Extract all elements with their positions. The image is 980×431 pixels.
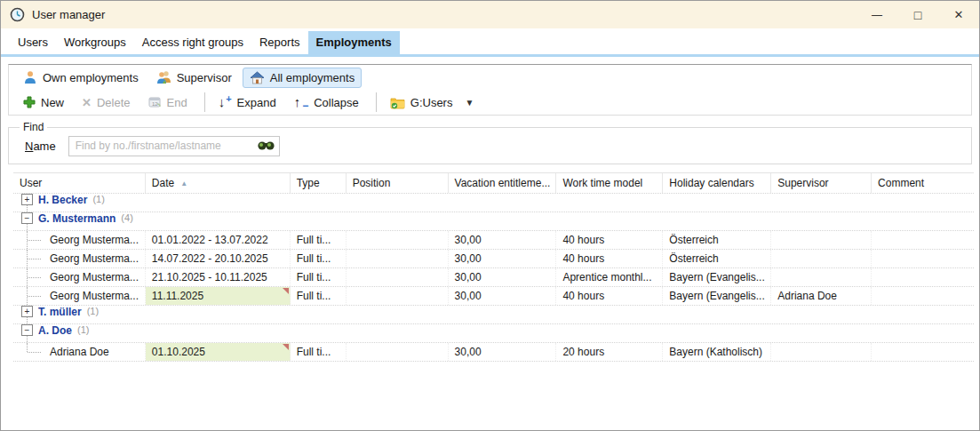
new-button[interactable]: New — [16, 92, 71, 113]
tree-branch — [28, 240, 41, 241]
user-name: Georg Musterma... — [50, 290, 139, 302]
table-header-row: UserDate▲TypePositionVacation entitleme.… — [13, 173, 974, 194]
tab-reports[interactable]: Reports — [251, 31, 308, 54]
cell-user: Georg Musterma... — [13, 268, 146, 286]
column-header-label: Holiday calendars — [669, 177, 753, 189]
cell-holiday: Bayern (Evangelis... — [663, 268, 771, 286]
cell-date: 01.01.2022 - 13.07.2022 — [146, 231, 291, 249]
action-toolbar-row: New ✕ Delete 12 End — [9, 90, 971, 115]
column-header-label: Work time model — [562, 177, 642, 189]
cell-supervisor — [771, 250, 872, 267]
table-row[interactable]: Georg Musterma...21.10.2025 - 10.11.2025… — [13, 268, 974, 287]
group-row[interactable]: −G. Mustermann(4) — [13, 212, 974, 231]
column-header-label: Date — [152, 177, 174, 189]
column-header-supervisor[interactable]: Supervisor — [771, 173, 872, 193]
group-count: (1) — [77, 324, 89, 342]
note-flag-icon — [283, 288, 289, 294]
employments-table: UserDate▲TypePositionVacation entitleme.… — [13, 172, 974, 362]
collapse-toggle[interactable]: − — [21, 212, 33, 224]
user-name: Adriana Doe — [50, 346, 109, 358]
cell-holiday: Bayern (Katholisch) — [663, 343, 771, 361]
all-employments-button[interactable]: All employments — [243, 68, 362, 88]
chevron-down-icon[interactable]: ▼ — [465, 98, 474, 108]
plus-modifier-icon: + — [226, 93, 231, 104]
cell-vacation: 30,00 — [449, 250, 557, 267]
column-header-position[interactable]: Position — [347, 173, 449, 193]
collapse-toggle[interactable]: − — [21, 324, 33, 336]
all-employments-label: All employments — [270, 71, 355, 84]
cell-comment — [872, 343, 974, 361]
cell-work_time: 40 hours — [556, 231, 663, 249]
expand-toggle[interactable]: + — [21, 194, 33, 205]
minimize-button[interactable]: — — [857, 1, 897, 28]
column-header-label: Position — [353, 177, 391, 189]
cell-supervisor — [771, 231, 872, 249]
cell-date: 21.10.2025 - 10.11.2025 — [146, 268, 291, 286]
user-manager-window: User manager — □ ✕ Users Workgroups Acce… — [0, 0, 980, 431]
table-row[interactable]: Georg Musterma...01.01.2022 - 13.07.2022… — [13, 231, 974, 250]
group-filter-label: G:Users — [410, 96, 453, 109]
column-header-comment[interactable]: Comment — [872, 173, 974, 193]
collapse-button[interactable]: ↑− Collapse — [287, 92, 366, 113]
tab-workgroups[interactable]: Workgroups — [56, 31, 134, 54]
tab-strip — [1, 54, 979, 57]
close-button[interactable]: ✕ — [938, 1, 979, 28]
expand-toggle[interactable]: + — [21, 306, 33, 317]
table-row[interactable]: Adriana Doe01.10.2025Full ti...30,0020 h… — [13, 343, 974, 362]
x-icon: ✕ — [82, 96, 92, 109]
column-header-label: Type — [297, 177, 320, 189]
group-row[interactable]: −A. Doe(1) — [13, 324, 974, 343]
calendar-icon: 12 — [148, 96, 162, 108]
column-header-label: Supervisor — [777, 177, 828, 189]
toolbar-separator-2 — [376, 92, 377, 112]
cell-type: Full ti... — [291, 343, 347, 361]
cell-work_time: 40 hours — [556, 287, 663, 305]
cell-vacation: 30,00 — [449, 268, 557, 286]
maximize-button[interactable]: □ — [897, 1, 938, 28]
tree-branch — [28, 277, 41, 278]
column-header-type[interactable]: Type — [291, 173, 347, 193]
cell-date: 11.11.2025 — [146, 287, 291, 305]
own-employments-button[interactable]: Own employments — [16, 67, 146, 88]
column-header-date[interactable]: Date▲ — [146, 173, 291, 193]
note-flag-icon — [283, 344, 289, 350]
group-filter-button[interactable]: G:Users ▼ — [383, 92, 482, 113]
people-icon — [156, 70, 171, 84]
table-row[interactable]: Georg Musterma...11.11.2025Full ti...30,… — [13, 287, 974, 306]
person-icon — [23, 70, 37, 84]
search-input[interactable] — [68, 136, 280, 156]
end-label: End — [167, 96, 187, 109]
cell-date: 01.10.2025 — [146, 343, 291, 361]
tab-access-right-groups[interactable]: Access right groups — [134, 31, 251, 54]
cell-type: Full ti... — [291, 231, 347, 249]
end-button[interactable]: 12 End — [141, 92, 195, 113]
expand-button[interactable]: ↓+ Expand — [211, 92, 283, 113]
supervisor-button[interactable]: Supervisor — [149, 67, 239, 88]
tab-employments[interactable]: Employments — [308, 31, 400, 54]
column-header-holiday[interactable]: Holiday calendars — [663, 173, 771, 193]
group-count: (1) — [92, 194, 104, 212]
cell-work_time: 40 hours — [556, 250, 663, 267]
column-header-work_time[interactable]: Work time model — [556, 173, 663, 193]
column-header-vacation[interactable]: Vacation entitleme... — [449, 173, 557, 193]
minus-modifier-icon: − — [302, 100, 308, 112]
tab-users[interactable]: Users — [10, 31, 56, 54]
group-row[interactable]: +H. Becker(1) — [13, 194, 974, 212]
binoculars-icon[interactable] — [258, 140, 275, 151]
sort-ascending-icon: ▲ — [180, 180, 187, 188]
cell-user: Adriana Doe — [13, 343, 146, 361]
window-controls: — □ ✕ — [857, 1, 979, 28]
tree-branch — [28, 259, 41, 259]
group-name: G. Mustermann — [38, 212, 116, 230]
table-body: +H. Becker(1)−G. Mustermann(4)Georg Must… — [13, 194, 974, 362]
toolbar-separator — [204, 92, 205, 112]
cell-type: Full ti... — [291, 250, 347, 267]
group-name: T. müller — [38, 306, 82, 323]
delete-button[interactable]: ✕ Delete — [75, 92, 137, 113]
column-header-user[interactable]: User — [13, 173, 146, 193]
table-row[interactable]: Georg Musterma...14.07.2022 - 20.10.2025… — [13, 250, 974, 268]
expand-label: Expand — [237, 96, 276, 109]
cell-work_time: Aprentice monthl... — [556, 268, 663, 286]
cell-comment — [872, 287, 974, 305]
group-row[interactable]: +T. müller(1) — [13, 306, 974, 324]
